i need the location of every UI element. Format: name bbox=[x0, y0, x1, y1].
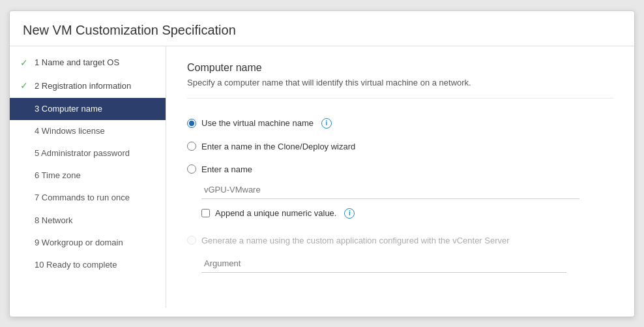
sidebar-label-registration-info: 2 Registration information bbox=[35, 80, 131, 92]
check-icon-registration-info: ✓ bbox=[20, 80, 31, 93]
sidebar-label-windows-license: 4 Windows license bbox=[35, 125, 105, 137]
append-unique-label: Append a unique numeric value. bbox=[215, 208, 336, 218]
option-use-vm-name[interactable]: Use the virtual machine name i bbox=[187, 112, 613, 135]
dialog-container: New VM Customization Specification ✓1 Na… bbox=[9, 10, 635, 317]
append-unique-checkbox[interactable] bbox=[201, 209, 210, 217]
name-text-input[interactable] bbox=[201, 181, 579, 199]
option-generate-name[interactable]: Generate a name using the custom applica… bbox=[187, 229, 613, 252]
sidebar-label-time-zone: 6 Time zone bbox=[35, 170, 81, 181]
dialog-title: New VM Customization Specification bbox=[10, 11, 634, 46]
label-clone-wizard: Enter a name in the Clone/Deploy wizard bbox=[201, 142, 355, 151]
check-icon-name-target-os: ✓ bbox=[20, 57, 31, 70]
sidebar-item-network[interactable]: 8 Network bbox=[10, 210, 166, 232]
option-enter-name[interactable]: Enter a name bbox=[187, 158, 613, 181]
sidebar-item-registration-info[interactable]: ✓2 Registration information bbox=[10, 74, 166, 98]
sidebar-item-workgroup-domain[interactable]: 9 Workgroup or domain bbox=[10, 232, 166, 254]
info-icon-append-unique[interactable]: i bbox=[344, 208, 355, 219]
label-enter-name: Enter a name bbox=[201, 164, 252, 174]
sidebar-item-commands-run-once[interactable]: 7 Commands to run once bbox=[10, 187, 166, 209]
sidebar-item-time-zone[interactable]: 6 Time zone bbox=[10, 164, 166, 187]
checkbox-row: Append a unique numeric value. i bbox=[187, 203, 613, 224]
sidebar-label-network: 8 Network bbox=[35, 215, 73, 226]
info-icon-use-vm-name[interactable]: i bbox=[321, 118, 332, 129]
sidebar-item-windows-license[interactable]: 4 Windows license bbox=[10, 120, 166, 142]
argument-input[interactable] bbox=[201, 255, 566, 273]
label-generate-name: Generate a name using the custom applica… bbox=[201, 236, 510, 245]
sidebar-label-ready-complete: 10 Ready to complete bbox=[35, 259, 117, 271]
radio-use-vm-name[interactable] bbox=[187, 119, 196, 128]
section-desc: Specify a computer name that will identi… bbox=[187, 78, 613, 99]
radio-enter-name[interactable] bbox=[187, 164, 196, 174]
main-content: Computer name Specify a computer name th… bbox=[166, 46, 634, 307]
sidebar-label-workgroup-domain: 9 Workgroup or domain bbox=[35, 237, 123, 249]
sidebar-label-admin-password: 5 Administrator password bbox=[35, 148, 130, 159]
section-title: Computer name bbox=[187, 62, 613, 74]
option-group: Use the virtual machine name i Enter a n… bbox=[187, 112, 613, 273]
sidebar-label-name-target-os: 1 Name and target OS bbox=[35, 57, 119, 69]
option-clone-wizard[interactable]: Enter a name in the Clone/Deploy wizard bbox=[187, 135, 613, 158]
sidebar-label-commands-run-once: 7 Commands to run once bbox=[35, 192, 130, 204]
sidebar-item-name-target-os[interactable]: ✓1 Name and target OS bbox=[10, 52, 166, 75]
label-use-vm-name: Use the virtual machine name bbox=[201, 118, 314, 128]
sidebar-label-computer-name: 3 Computer name bbox=[35, 103, 102, 115]
sidebar-item-ready-complete[interactable]: 10 Ready to complete bbox=[10, 254, 166, 276]
dialog-body: ✓1 Name and target OS✓2 Registration inf… bbox=[10, 46, 634, 307]
radio-clone-wizard[interactable] bbox=[187, 142, 196, 151]
radio-generate-name[interactable] bbox=[187, 236, 196, 245]
sidebar-item-admin-password[interactable]: 5 Administrator password bbox=[10, 142, 166, 164]
sidebar: ✓1 Name and target OS✓2 Registration inf… bbox=[10, 46, 166, 307]
sidebar-item-computer-name[interactable]: 3 Computer name bbox=[10, 98, 166, 120]
